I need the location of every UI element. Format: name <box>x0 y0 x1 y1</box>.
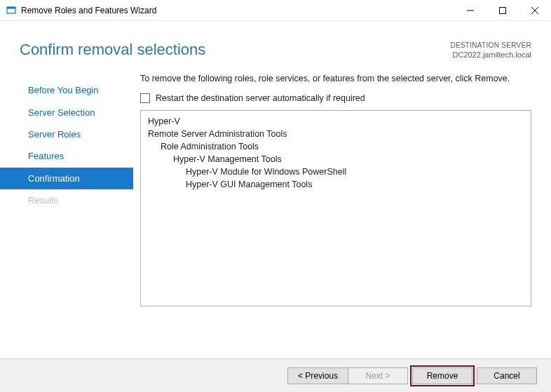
nav-button-group: < Previous Next > <box>287 367 408 384</box>
list-item: Hyper-V Management Tools <box>148 153 524 165</box>
titlebar: Remove Roles and Features Wizard <box>0 0 551 21</box>
svg-rect-1 <box>7 7 15 9</box>
restart-checkbox-label: Restart the destination server automatic… <box>156 93 365 103</box>
restart-checkbox[interactable] <box>140 93 150 103</box>
sidebar-item-results: Results <box>0 189 133 211</box>
app-icon <box>6 5 17 16</box>
content: To remove the following roles, role serv… <box>133 74 551 306</box>
destination-label: DESTINATION SERVER <box>450 41 531 50</box>
restart-checkbox-row: Restart the destination server automatic… <box>140 93 531 103</box>
minimize-button[interactable] <box>454 0 487 20</box>
main: Before You Begin Server Selection Server… <box>0 67 551 306</box>
sidebar-item-features[interactable]: Features <box>0 145 133 167</box>
list-item: Hyper-V <box>148 115 524 128</box>
sidebar-item-confirmation[interactable]: Confirmation <box>0 168 133 189</box>
list-item: Hyper-V Module for Windows PowerShell <box>148 165 524 178</box>
footer: < Previous Next > Remove Cancel <box>0 358 551 392</box>
destination-info: DESTINATION SERVER DC2022.jamiltech.loca… <box>450 41 531 60</box>
list-item: Hyper-V GUI Management Tools <box>148 178 524 191</box>
window-title: Remove Roles and Features Wizard <box>21 6 454 15</box>
svg-rect-3 <box>500 7 506 13</box>
sidebar-item-server-selection[interactable]: Server Selection <box>0 102 133 123</box>
removal-listbox[interactable]: Hyper-V Remote Server Administration Too… <box>140 110 531 306</box>
remove-button[interactable]: Remove <box>412 367 472 384</box>
maximize-button[interactable] <box>487 0 519 20</box>
sidebar-item-server-roles[interactable]: Server Roles <box>0 123 133 145</box>
page-title: Confirm removal selections <box>20 41 205 59</box>
instruction-text: To remove the following roles, role serv… <box>140 74 531 83</box>
next-button: Next > <box>348 367 408 384</box>
cancel-button[interactable]: Cancel <box>477 367 537 384</box>
list-item: Remote Server Administration Tools <box>148 128 524 140</box>
sidebar: Before You Begin Server Selection Server… <box>0 74 133 306</box>
window-controls <box>454 0 551 20</box>
sidebar-item-before-you-begin[interactable]: Before You Begin <box>0 79 133 101</box>
close-button[interactable] <box>519 0 551 20</box>
header: Confirm removal selections DESTINATION S… <box>0 21 551 67</box>
previous-button[interactable]: < Previous <box>287 367 348 384</box>
list-item: Role Administration Tools <box>148 140 524 153</box>
destination-value: DC2022.jamiltech.local <box>450 50 531 60</box>
